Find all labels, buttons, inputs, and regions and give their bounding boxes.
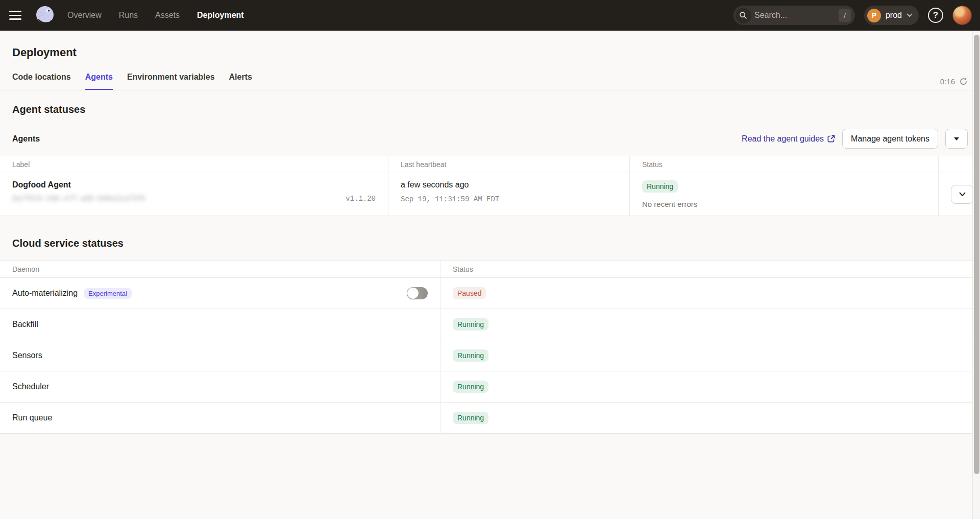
refresh-icon[interactable] xyxy=(959,77,968,86)
agents-table: Label Last heartbeat Status Dogfood Agen… xyxy=(0,156,980,216)
auto-materializing-toggle[interactable] xyxy=(407,287,428,299)
refresh-countdown: 0:16 xyxy=(940,77,955,86)
cloud-table-header: Daemon Status xyxy=(0,261,980,278)
topbar-right-controls: / P prod ? xyxy=(733,6,972,25)
question-mark-icon: ? xyxy=(933,10,938,20)
user-avatar[interactable] xyxy=(952,6,972,25)
octopus-logo-icon xyxy=(34,4,56,27)
search-input[interactable] xyxy=(751,11,839,20)
daemon-row-run-queue: Run queue Running xyxy=(0,403,980,434)
chevron-down-icon xyxy=(906,13,913,17)
tab-alerts[interactable]: Alerts xyxy=(229,73,252,90)
deployment-initial-badge: P xyxy=(867,9,881,22)
deployment-name: prod xyxy=(886,11,902,20)
vertical-scrollbar xyxy=(972,31,980,519)
agent-name: Dogfood Agent xyxy=(12,180,376,190)
daemon-status-cell: Running xyxy=(440,340,980,371)
cloud-service-statuses-heading: Cloud service statuses xyxy=(0,216,980,261)
daemon-name: Scheduler xyxy=(12,382,49,391)
daemon-row-auto-materializing: Auto-materializing Experimental Paused xyxy=(0,278,980,309)
agent-heartbeat-cell: a few seconds ago Sep 19, 11:31:59 AM ED… xyxy=(388,173,629,216)
tab-agents[interactable]: Agents xyxy=(85,73,113,90)
scrollbar-thumb[interactable] xyxy=(974,35,979,474)
tab-environment-variables[interactable]: Environment variables xyxy=(127,73,215,90)
daemon-row-scheduler: Scheduler Running xyxy=(0,371,980,403)
daemon-status-cell: Paused xyxy=(440,278,980,309)
agent-version: v1.1.20 xyxy=(346,195,376,203)
caret-down-icon xyxy=(954,137,959,140)
daemon-status-cell: Running xyxy=(440,371,980,402)
nav-item-runs[interactable]: Runs xyxy=(119,11,138,20)
hamburger-menu-button[interactable] xyxy=(9,7,27,24)
agent-statuses-heading: Agent statuses xyxy=(0,90,980,115)
col-header-label: Label xyxy=(0,156,388,173)
manage-agent-tokens-button[interactable]: Manage agent tokens xyxy=(842,129,938,149)
experimental-badge: Experimental xyxy=(84,288,132,299)
agents-table-header: Label Last heartbeat Status xyxy=(0,156,980,173)
agent-status-cell: Running No recent errors xyxy=(629,173,938,216)
status-badge: Running xyxy=(453,318,488,331)
agent-id-redacted: 0a7f07b-2d6-47f-a9b-b09e2ca75f0 xyxy=(12,195,145,203)
daemon-cell: Sensors xyxy=(0,340,440,371)
deployment-switcher[interactable]: P prod xyxy=(864,6,919,25)
app-logo[interactable] xyxy=(34,4,56,27)
daemon-name: Backfill xyxy=(12,320,38,329)
search-shortcut-hint: / xyxy=(839,9,851,22)
col-header-last-heartbeat: Last heartbeat xyxy=(388,156,629,173)
toggle-knob xyxy=(407,288,419,299)
search-icon xyxy=(736,8,751,23)
agent-actions-dropdown-button[interactable] xyxy=(945,129,968,149)
heartbeat-relative: a few seconds ago xyxy=(401,180,617,190)
agent-guides-link-label: Read the agent guides xyxy=(742,134,824,144)
agent-guides-link[interactable]: Read the agent guides xyxy=(742,134,835,144)
search-box[interactable]: / xyxy=(733,6,855,25)
nav-item-deployment[interactable]: Deployment xyxy=(197,11,244,20)
top-navigation-bar: Overview Runs Assets Deployment / P prod… xyxy=(0,0,980,31)
chevron-down-icon xyxy=(959,192,966,197)
agents-subheading: Agents xyxy=(12,134,40,144)
primary-nav: Overview Runs Assets Deployment xyxy=(67,11,244,20)
daemon-name: Auto-materializing xyxy=(12,289,78,298)
daemon-row-backfill: Backfill Running xyxy=(0,309,980,340)
daemon-cell: Scheduler xyxy=(0,371,440,402)
col-header-daemon: Daemon xyxy=(0,261,440,277)
help-button[interactable]: ? xyxy=(928,8,943,23)
cloud-services-table: Daemon Status Auto-materializing Experim… xyxy=(0,261,980,434)
daemon-name: Run queue xyxy=(12,413,52,422)
col-header-status: Status xyxy=(440,261,980,277)
nav-item-assets[interactable]: Assets xyxy=(155,11,180,20)
daemon-row-sensors: Sensors Running xyxy=(0,340,980,371)
refresh-timer: 0:16 xyxy=(940,77,968,90)
tab-bar: Code locations Agents Environment variab… xyxy=(0,73,980,90)
agent-status-badge: Running xyxy=(642,180,678,193)
agent-errors-text: No recent errors xyxy=(642,200,926,208)
tab-code-locations[interactable]: Code locations xyxy=(12,73,71,90)
page-title: Deployment xyxy=(12,46,968,59)
nav-item-overview[interactable]: Overview xyxy=(67,11,102,20)
agent-expand-button[interactable] xyxy=(951,185,973,204)
col-header-status: Status xyxy=(629,156,938,173)
daemon-cell: Auto-materializing Experimental xyxy=(0,278,440,309)
daemon-cell: Backfill xyxy=(0,309,440,340)
status-badge: Running xyxy=(453,381,488,393)
daemon-name: Sensors xyxy=(12,351,42,360)
status-badge: Running xyxy=(453,412,488,424)
agent-label-cell: Dogfood Agent 0a7f07b-2d6-47f-a9b-b09e2c… xyxy=(0,173,388,216)
daemon-status-cell: Running xyxy=(440,403,980,433)
daemon-cell: Run queue xyxy=(0,403,440,433)
daemon-status-cell: Running xyxy=(440,309,980,340)
main-content: Deployment Code locations Agents Environ… xyxy=(0,31,980,434)
status-badge: Running xyxy=(453,349,488,362)
agent-row: Dogfood Agent 0a7f07b-2d6-47f-a9b-b09e2c… xyxy=(0,173,980,216)
status-badge: Paused xyxy=(453,287,486,299)
heartbeat-absolute: Sep 19, 11:31:59 AM EDT xyxy=(401,195,617,203)
external-link-icon xyxy=(827,135,835,143)
